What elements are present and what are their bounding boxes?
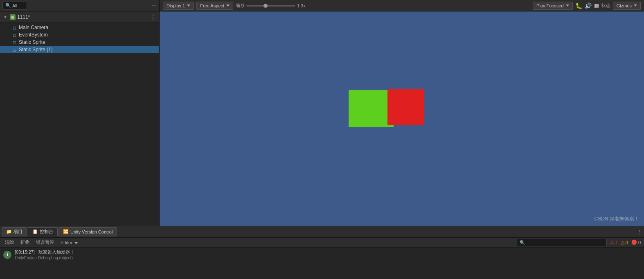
search-icon: 🔍 bbox=[5, 3, 11, 8]
toolbar-center: Display 1 Free Aspect 缩放 1.3x Play Focus… bbox=[160, 0, 644, 11]
console-badges: ⚠ 1 △ 0 🛑 0 bbox=[610, 240, 641, 245]
play-focused-arrow-icon bbox=[566, 5, 569, 7]
zoom-slider-container: 缩放 1.3x bbox=[236, 2, 306, 9]
hierarchy-items: ◻ Main Camera ◻ EventSystem ◻ Static Spr… bbox=[0, 23, 159, 226]
badge-warn: △ 0 bbox=[621, 240, 628, 245]
search-placeholder: All bbox=[12, 3, 17, 8]
go-icon-static-sprite-1: ◻ bbox=[11, 47, 17, 52]
warn-icon: △ bbox=[621, 240, 624, 245]
warn-count: 0 bbox=[626, 240, 628, 245]
gizmos-arrow-icon bbox=[634, 5, 637, 7]
log-message: [09:15:27] 玩家进入触发器！ bbox=[15, 249, 74, 255]
pause-on-error-button[interactable]: 错误暂停 bbox=[34, 239, 56, 246]
collapse-button[interactable]: 折叠 bbox=[19, 239, 31, 246]
audio-icon[interactable]: 🔊 bbox=[585, 2, 592, 9]
hierarchy-panel: ▼ ⊞ 1111* ⋮ ◻ Main Camera ◻ EventSystem … bbox=[0, 11, 160, 226]
tab-project-label: 项目 bbox=[14, 229, 23, 235]
hierarchy-item-label: Main Camera bbox=[19, 25, 48, 30]
sprite-green bbox=[349, 90, 394, 127]
bug-icon[interactable]: 🐛 bbox=[575, 2, 582, 9]
bottom-panel-menu-icon[interactable]: ⋮ bbox=[637, 229, 642, 235]
scene-name: 1111* bbox=[17, 14, 30, 20]
gizmos-label: Gizmos bbox=[617, 3, 632, 8]
info-icon: 🛑 bbox=[631, 240, 637, 245]
log-info-icon: ℹ bbox=[3, 251, 11, 259]
aspect-dropdown[interactable]: Free Aspect bbox=[196, 2, 233, 10]
console-search-input[interactable] bbox=[517, 239, 607, 246]
sprite-red bbox=[387, 89, 424, 125]
play-focused-label: Play Focused bbox=[536, 3, 564, 8]
editor-arrow-icon bbox=[74, 242, 78, 244]
zoom-value: 1.3x bbox=[297, 3, 306, 8]
log-text: [09:15:27] 玩家进入触发器！ UnityEngine.Debug:Lo… bbox=[15, 249, 74, 260]
hierarchy-item-static-sprite-1[interactable]: ◻ Static Sprite (1) bbox=[0, 46, 159, 53]
zoom-slider[interactable] bbox=[246, 5, 295, 7]
game-view[interactable]: CSDN @老朱佩琪！ bbox=[160, 11, 644, 226]
main-content: ▼ ⊞ 1111* ⋮ ◻ Main Camera ◻ EventSystem … bbox=[0, 11, 644, 226]
go-icon-main-camera: ◻ bbox=[11, 25, 17, 30]
tab-vcs-label: Unity Version Control bbox=[70, 229, 113, 234]
hierarchy-header: ▼ ⊞ 1111* ⋮ bbox=[0, 11, 159, 23]
zoom-slider-thumb bbox=[263, 4, 268, 8]
hierarchy-item-eventsystem[interactable]: ◻ EventSystem bbox=[0, 31, 159, 39]
hierarchy-item-label: Static Sprite (1) bbox=[19, 47, 53, 52]
console-content: ℹ [09:15:27] 玩家进入触发器！ UnityEngine.Debug:… bbox=[0, 247, 644, 279]
aspect-arrow-icon bbox=[226, 5, 230, 7]
game-viewport bbox=[160, 11, 644, 226]
display-arrow-icon bbox=[187, 5, 190, 7]
gizmos-dropdown[interactable]: Gizmos bbox=[613, 2, 641, 10]
scene-icon: ⊞ bbox=[10, 14, 16, 20]
vcs-icon: 🔀 bbox=[63, 229, 69, 234]
hierarchy-item-static-sprite[interactable]: ◻ Static Sprite bbox=[0, 39, 159, 46]
folder-icon: 📁 bbox=[6, 229, 12, 234]
badge-info: 🛑 0 bbox=[631, 240, 641, 245]
bottom-tabs: 📁 项目 📋 控制台 🔀 Unity Version Control ⋮ bbox=[0, 226, 644, 238]
display-dropdown[interactable]: Display 1 bbox=[163, 2, 194, 10]
console-search bbox=[83, 239, 607, 246]
aspect-label: Free Aspect bbox=[200, 3, 224, 8]
tab-project[interactable]: 📁 项目 bbox=[2, 227, 27, 236]
clear-button[interactable]: 清除 bbox=[3, 239, 16, 246]
info-count: 0 bbox=[638, 240, 641, 245]
zoom-label: 缩放 bbox=[236, 2, 245, 9]
display-label: Display 1 bbox=[167, 3, 185, 8]
tab-console-label: 控制台 bbox=[40, 229, 53, 235]
hierarchy-item-label: EventSystem bbox=[19, 32, 48, 38]
error-icon: ⚠ bbox=[610, 240, 614, 245]
bottom-tabs-left: 📁 项目 📋 控制台 🔀 Unity Version Control bbox=[2, 227, 117, 236]
log-timestamp: [09:15:27] bbox=[15, 250, 35, 254]
error-count: 1 bbox=[615, 240, 618, 245]
hierarchy-collapse-icon[interactable]: ▼ bbox=[3, 15, 7, 19]
tab-console[interactable]: 📋 控制台 bbox=[28, 227, 58, 236]
log-message-text: 玩家进入触发器！ bbox=[38, 250, 74, 254]
hierarchy-options-icon[interactable]: ⋯ bbox=[152, 3, 157, 9]
go-icon-eventsystem: ◻ bbox=[11, 32, 17, 38]
go-icon-static-sprite: ◻ bbox=[11, 39, 17, 45]
state-label: 状态 bbox=[601, 2, 610, 9]
log-entry[interactable]: ℹ [09:15:27] 玩家进入触发器！ UnityEngine.Debug:… bbox=[0, 247, 644, 262]
play-focused-dropdown[interactable]: Play Focused bbox=[533, 2, 573, 10]
editor-dropdown-label: Editor bbox=[61, 240, 72, 245]
stats-icon[interactable]: ▦ bbox=[594, 2, 599, 9]
log-source: UnityEngine.Debug:Log (object) bbox=[15, 256, 74, 260]
hierarchy-item-main-camera[interactable]: ◻ Main Camera bbox=[0, 24, 159, 31]
console-icon: 📋 bbox=[32, 229, 38, 234]
console-toolbar: 清除 折叠 错误暂停 Editor ⚠ 1 △ 0 🛑 0 bbox=[0, 238, 644, 247]
editor-dropdown[interactable]: Editor bbox=[59, 240, 79, 245]
toolbar-left: 🔍 All ⋯ bbox=[0, 0, 160, 11]
hierarchy-search[interactable]: 🔍 All bbox=[2, 2, 27, 10]
hierarchy-item-label: Static Sprite bbox=[19, 39, 45, 45]
hierarchy-menu-icon[interactable]: ⋮ bbox=[150, 14, 156, 20]
hierarchy-title: ▼ ⊞ 1111* bbox=[3, 14, 30, 20]
top-toolbar: 🔍 All ⋯ Display 1 Free Aspect 缩放 1.3x Pl… bbox=[0, 0, 644, 11]
bottom-panel: 📁 项目 📋 控制台 🔀 Unity Version Control ⋮ 清除 … bbox=[0, 226, 644, 279]
watermark: CSDN @老朱佩琪！ bbox=[594, 215, 639, 222]
tab-vcs[interactable]: 🔀 Unity Version Control bbox=[59, 227, 117, 236]
badge-error: ⚠ 1 bbox=[610, 240, 618, 245]
